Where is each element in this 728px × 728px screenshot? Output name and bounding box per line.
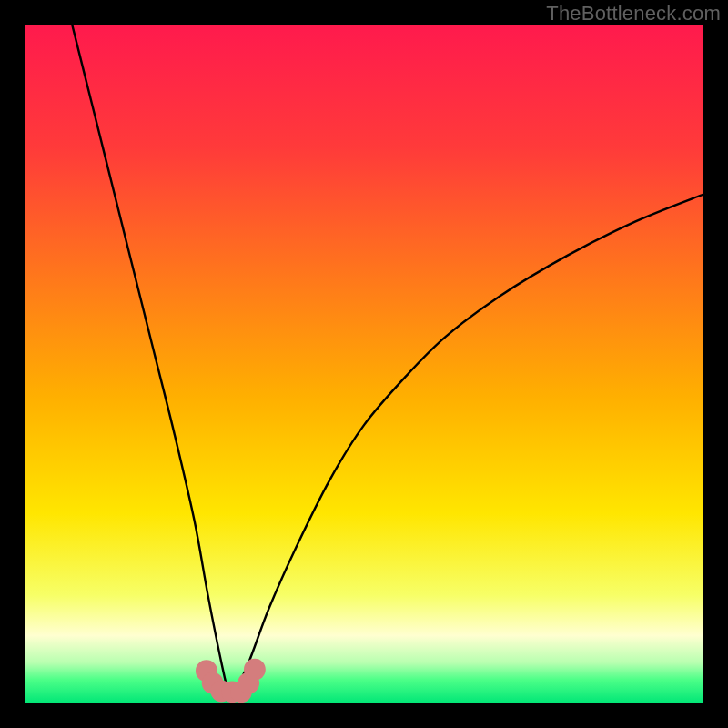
watermark-text: TheBottleneck.com bbox=[546, 2, 721, 25]
plot-frame bbox=[25, 25, 703, 703]
bead bbox=[244, 659, 266, 681]
salmon-beads bbox=[196, 659, 266, 703]
bottleneck-curve bbox=[25, 25, 703, 703]
